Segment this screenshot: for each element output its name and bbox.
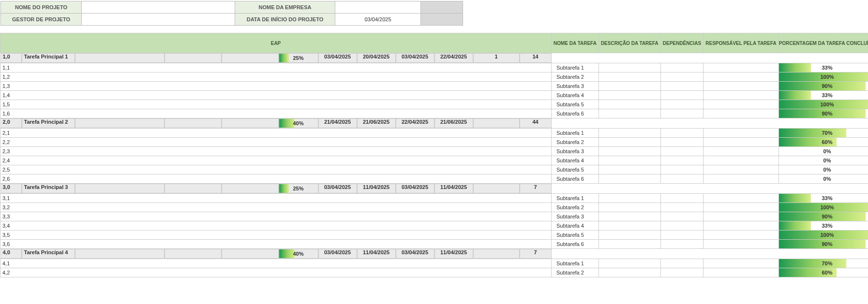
table-row[interactable]: 2,3Subtarefa 30%0 <box>0 147 868 156</box>
cell-eap[interactable]: 2,3 <box>0 147 552 156</box>
cell-resp[interactable] <box>703 63 779 72</box>
cell-desc[interactable] <box>599 165 660 174</box>
cell-pct[interactable]: 100% <box>778 231 868 240</box>
cell-pct[interactable]: 90% <box>778 109 868 118</box>
cell-desc[interactable] <box>599 63 660 72</box>
cell-eap[interactable]: 4,1 <box>0 259 552 268</box>
cell-eap[interactable]: 3,1 <box>0 194 552 203</box>
cell-desc[interactable] <box>599 268 660 277</box>
cell-pct[interactable]: 70% <box>778 129 868 138</box>
cell-dur[interactable]: 7 <box>520 249 552 259</box>
cell-name[interactable]: Subtarefa 1 <box>552 129 599 138</box>
cell-pct[interactable]: 60% <box>778 268 868 277</box>
col-dep[interactable]: DEPENDÊNCIAS <box>660 33 703 53</box>
cell-resp[interactable] <box>703 156 779 165</box>
cell-desc[interactable] <box>599 212 660 221</box>
cell-dep[interactable] <box>660 72 703 82</box>
cell-name[interactable]: Subtarefa 4 <box>552 156 599 165</box>
cell-end[interactable]: 21/06/2025 <box>357 118 396 128</box>
cell-eap[interactable]: 2,4 <box>0 156 552 165</box>
value-company-name[interactable] <box>335 1 421 14</box>
cell-rstart[interactable]: 03/04/2025 <box>396 184 434 193</box>
cell-rend[interactable]: 21/06/2025 <box>434 118 473 128</box>
cell-resp[interactable] <box>703 138 779 147</box>
cell-dep[interactable] <box>660 194 703 203</box>
cell-desc[interactable] <box>599 147 660 156</box>
cell-dep[interactable] <box>660 203 703 212</box>
cell-name[interactable]: Subtarefa 1 <box>552 259 599 268</box>
cell-resp[interactable] <box>703 129 779 138</box>
cell-name[interactable]: Subtarefa 2 <box>552 203 599 212</box>
col-desc[interactable]: DESCRIÇÃO DA TAREFA <box>599 33 660 53</box>
table-row[interactable]: 1,4Subtarefa 433%03/04/202511/04/202503/… <box>0 91 868 100</box>
table-row[interactable]: 3,0Tarefa Principal 325%03/04/202511/04/… <box>0 184 552 193</box>
cell-eap[interactable]: 2,6 <box>0 174 552 184</box>
cell-eap[interactable]: 2,2 <box>0 138 552 147</box>
cell-dep[interactable] <box>660 129 703 138</box>
cell-dur[interactable]: 14 <box>520 53 552 63</box>
cell-name[interactable]: Subtarefa 6 <box>552 240 599 249</box>
table-row[interactable]: 4,2Subtarefa 260%08/04/202520/04/202508/… <box>0 268 868 277</box>
cell-eap[interactable]: 2,0 <box>0 118 22 128</box>
cell-eap[interactable]: 3,5 <box>0 231 552 240</box>
cell-rstart[interactable]: 03/04/2025 <box>396 249 434 259</box>
cell-pct[interactable]: 33% <box>778 194 868 203</box>
cell-pct[interactable]: 33% <box>778 63 868 72</box>
col-pct[interactable]: PORCENTAGEM DA TAREFA CONCLUÍDA <box>778 33 868 53</box>
cell-end[interactable]: 11/04/2025 <box>357 184 396 193</box>
cell-desc[interactable] <box>599 91 660 100</box>
col-eap[interactable]: EAP <box>0 33 552 53</box>
cell-pct[interactable]: 33% <box>778 91 868 100</box>
cell-rend[interactable]: 11/04/2025 <box>434 249 473 259</box>
table-row[interactable]: 3,4Subtarefa 433%03/04/202511/04/202503/… <box>0 221 868 231</box>
cell-resp[interactable] <box>703 147 779 156</box>
cell-name[interactable]: Tarefa Principal 1 <box>22 53 75 63</box>
cell-name[interactable]: Subtarefa 1 <box>552 194 599 203</box>
cell-dep[interactable] <box>660 100 703 109</box>
cell-name[interactable]: Tarefa Principal 3 <box>22 184 75 193</box>
cell-resp[interactable] <box>703 240 779 249</box>
cell-desc[interactable] <box>75 53 165 63</box>
table-row[interactable]: 1,2Subtarefa 2100%08/04/202520/04/202508… <box>0 72 868 82</box>
cell-eap[interactable]: 2,1 <box>0 129 552 138</box>
cell-desc[interactable] <box>599 82 660 91</box>
cell-eap[interactable]: 3,2 <box>0 203 552 212</box>
cell-dep[interactable] <box>165 118 222 128</box>
cell-dur[interactable]: 7 <box>520 184 552 193</box>
cell-desc[interactable] <box>599 203 660 212</box>
cell-dep[interactable] <box>660 231 703 240</box>
cell-name[interactable]: Subtarefa 4 <box>552 91 599 100</box>
cell-pct[interactable]: 0% <box>778 174 868 184</box>
cell-name[interactable]: Subtarefa 4 <box>552 221 599 231</box>
cell-pct[interactable]: 60% <box>778 138 868 147</box>
table-row[interactable]: 2,5Subtarefa 50%0 <box>0 165 868 174</box>
cell-resp[interactable] <box>703 174 779 184</box>
cell-resp[interactable] <box>703 100 779 109</box>
cell-resp[interactable] <box>703 109 779 118</box>
cell-dep[interactable] <box>165 184 222 193</box>
cell-dep[interactable] <box>660 221 703 231</box>
cell-dep[interactable] <box>660 268 703 277</box>
table-row[interactable]: 2,6Subtarefa 60%0 <box>0 174 868 184</box>
cell-eap[interactable]: 3,0 <box>0 184 22 193</box>
cell-resp[interactable] <box>703 221 779 231</box>
cell-desc[interactable] <box>599 156 660 165</box>
task-table[interactable]: EAP NOME DA TAREFA DESCRIÇÃO DA TAREFA D… <box>0 33 868 277</box>
cell-name[interactable]: Tarefa Principal 2 <box>22 118 75 128</box>
cell-eap[interactable]: 1,5 <box>0 100 552 109</box>
cell-desc[interactable] <box>599 240 660 249</box>
cell-eap[interactable]: 4,0 <box>0 249 22 259</box>
cell-eap[interactable]: 4,2 <box>0 268 552 277</box>
cell-dep[interactable] <box>660 138 703 147</box>
cell-name[interactable]: Subtarefa 3 <box>552 147 599 156</box>
value-project-name[interactable] <box>82 1 235 14</box>
cell-name[interactable]: Subtarefa 6 <box>552 109 599 118</box>
cell-dep[interactable] <box>660 82 703 91</box>
cell-resp[interactable] <box>703 72 779 82</box>
cell-dep[interactable] <box>660 156 703 165</box>
cell-name[interactable]: Tarefa Principal 4 <box>22 249 75 259</box>
cell-start[interactable]: 21/04/2025 <box>318 118 357 128</box>
cell-resp[interactable] <box>703 194 779 203</box>
table-row[interactable]: 1,6Subtarefa 690%13/04/202520/04/202518/… <box>0 109 868 118</box>
cell-name[interactable]: Subtarefa 2 <box>552 268 599 277</box>
